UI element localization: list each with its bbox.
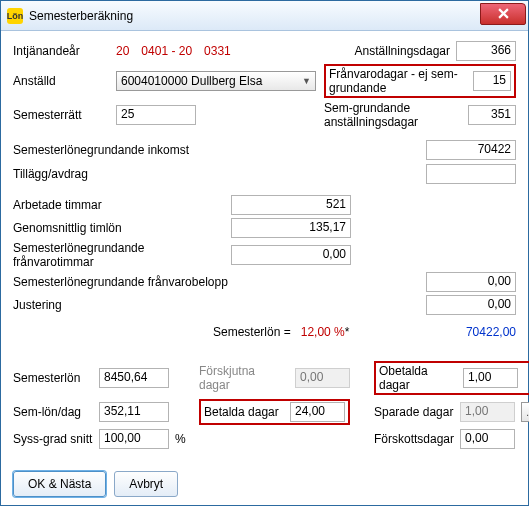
syss-field[interactable]: 100,00 bbox=[99, 429, 169, 449]
franvarodagar-label: Frånvarodagar - ej sem-grundande bbox=[329, 67, 473, 95]
sparade-browse-button[interactable]: ... bbox=[521, 402, 529, 422]
tillagg-field[interactable] bbox=[426, 164, 516, 184]
dialog-window: Lön Semesterberäkning Intjänandeår 20xx0… bbox=[0, 0, 529, 506]
obetalda-label: Obetalda dagar bbox=[379, 364, 459, 392]
semgrund-field[interactable]: 351 bbox=[468, 105, 516, 125]
sfg-timmar-label: Semesterlönegrundande frånvarotimmar bbox=[13, 241, 223, 269]
semesterlon-field[interactable]: 8450,64 bbox=[99, 368, 169, 388]
close-icon bbox=[498, 8, 509, 19]
titlebar: Lön Semesterberäkning bbox=[1, 1, 528, 31]
anstallningsdagar-label: Anställningsdagar bbox=[355, 44, 450, 58]
sfg-timmar-field[interactable]: 0,00 bbox=[231, 245, 351, 265]
arbetade-timmar-field[interactable]: 521 bbox=[231, 195, 351, 215]
semesterlon-eq-label: Semesterlön = bbox=[213, 325, 291, 339]
semesterratt-field[interactable]: 25 bbox=[116, 105, 196, 125]
app-icon: Lön bbox=[7, 8, 23, 24]
syss-label: Syss-grad snitt bbox=[13, 432, 93, 446]
franvarodagar-highlight: Frånvarodagar - ej sem-grundande 15 bbox=[324, 64, 516, 98]
footer-buttons: OK & Nästa Avbryt bbox=[13, 471, 186, 497]
semesterlon-pct: 12,00 % bbox=[301, 325, 345, 339]
betalda-field[interactable]: 24,00 bbox=[290, 402, 345, 422]
bottom-grid: Semesterlön 8450,64 Förskjutna dagar 0,0… bbox=[13, 361, 516, 449]
intjanandear-label: Intjänandeår bbox=[13, 44, 108, 58]
semesterratt-label: Semesterrätt bbox=[13, 108, 108, 122]
obetalda-field[interactable]: 1,00 bbox=[463, 368, 518, 388]
forskjutna-label: Förskjutna dagar bbox=[199, 364, 289, 392]
close-button[interactable] bbox=[480, 3, 526, 25]
syss-pct: % bbox=[175, 432, 193, 446]
forskottsdagar-field[interactable]: 0,00 bbox=[460, 429, 515, 449]
sfg-belopp-field[interactable]: 0,00 bbox=[426, 272, 516, 292]
tillagg-label: Tillägg/avdrag bbox=[13, 167, 88, 181]
justering-field[interactable]: 0,00 bbox=[426, 295, 516, 315]
sparade-field: 1,00 bbox=[460, 402, 515, 422]
inkomst-label: Semesterlönegrundande inkomst bbox=[13, 143, 189, 157]
anstalld-selected: 6004010000 Dullberg Elsa bbox=[121, 74, 262, 88]
intjanandear-value: 20xx0401 - 20xx0331 bbox=[116, 44, 316, 58]
ok-next-button[interactable]: OK & Nästa bbox=[13, 471, 106, 497]
window-title: Semesterberäkning bbox=[29, 9, 133, 23]
justering-label: Justering bbox=[13, 298, 223, 312]
betalda-label: Betalda dagar bbox=[204, 405, 284, 419]
semlon-dag-field[interactable]: 352,11 bbox=[99, 402, 169, 422]
franvarodagar-field[interactable]: 15 bbox=[473, 71, 511, 91]
forskjutna-field: 0,00 bbox=[295, 368, 350, 388]
betalda-highlight: Betalda dagar 24,00 bbox=[199, 399, 350, 425]
mid-grid: Arbetade timmar 521 Genomsnittlig timlön… bbox=[13, 195, 516, 315]
genomsnittlig-timlon-label: Genomsnittlig timlön bbox=[13, 221, 223, 235]
anstalld-select[interactable]: 6004010000 Dullberg Elsa ▼ bbox=[116, 71, 316, 91]
forskottsdagar-label: Förskottsdagar bbox=[374, 432, 454, 446]
genomsnittlig-timlon-field[interactable]: 135,17 bbox=[231, 218, 351, 238]
arbetade-timmar-label: Arbetade timmar bbox=[13, 198, 223, 212]
inkomst-field[interactable]: 70422 bbox=[426, 140, 516, 160]
sparade-label: Sparade dagar bbox=[374, 405, 454, 419]
sfg-belopp-label: Semesterlönegrundande frånvarobelopp bbox=[13, 275, 351, 289]
dialog-body: Intjänandeår 20xx0401 - 20xx0331 Anställ… bbox=[1, 31, 528, 459]
top-grid: Intjänandeår 20xx0401 - 20xx0331 Anställ… bbox=[13, 41, 516, 129]
chevron-down-icon: ▼ bbox=[302, 76, 311, 86]
semesterlon-label: Semesterlön bbox=[13, 371, 93, 385]
anstallningsdagar-field[interactable]: 366 bbox=[456, 41, 516, 61]
semlon-dag-label: Sem-lön/dag bbox=[13, 405, 93, 419]
obetalda-highlight: Obetalda dagar 1,00 bbox=[374, 361, 529, 395]
cancel-button[interactable]: Avbryt bbox=[114, 471, 178, 497]
anstalld-label: Anställd bbox=[13, 74, 108, 88]
semgrund-label: Sem-grundande anställningsdagar bbox=[324, 101, 462, 129]
semesterlon-star: * bbox=[345, 325, 350, 339]
semesterlon-total: 70422,00 bbox=[426, 325, 516, 339]
